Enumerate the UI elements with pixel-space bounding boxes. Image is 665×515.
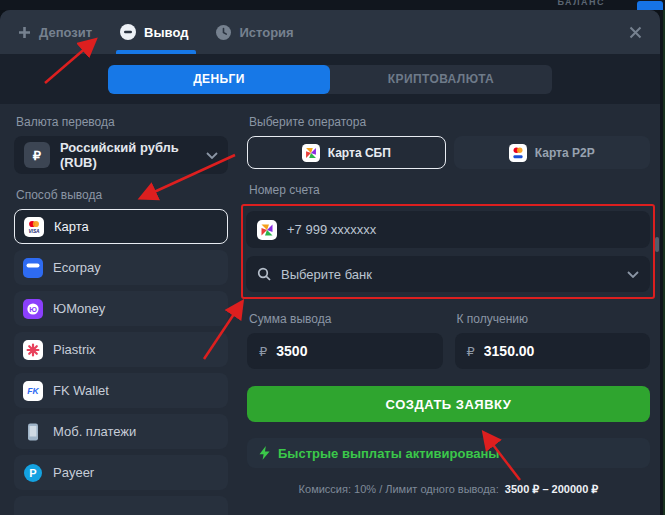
method-item-yoomoney[interactable]: Ю ЮMoney [14,291,228,326]
operator-sbp-button[interactable]: Карта СБП [247,136,446,169]
operator-label: Выберите оператора [249,115,650,129]
phone-number-input[interactable] [287,222,639,237]
svg-text:Ю: Ю [29,304,37,313]
chevron-down-icon [627,271,639,278]
method-item-label: Ecorpay [53,260,101,275]
method-type-bar: ДЕНЬГИ КРИПТОВАЛЮТА [0,54,660,104]
method-item-ecorpay[interactable]: Ecorpay [14,250,228,285]
topup-button [637,1,663,10]
amount-input[interactable] [276,343,430,359]
tab-money[interactable]: ДЕНЬГИ [108,65,330,94]
chevron-down-icon [206,152,218,159]
left-column: Валюта перевода ₽ Российский рубль (RUB)… [14,104,228,515]
method-item-label: ЮMoney [53,301,105,316]
method-item-label: Моб. платежи [53,424,136,439]
search-icon [257,267,271,281]
svg-text:VISA: VISA [28,229,40,234]
fk-wallet-icon: FK [23,381,43,401]
close-icon [629,26,642,39]
amount-column: Сумма вывода ₽ [247,299,443,369]
tab-crypto[interactable]: КРИПТОВАЛЮТА [330,65,552,94]
fast-payout-banner: Быстрые выплаты активированы [247,438,650,468]
balance-label: БАЛАНС [557,0,605,7]
tab-deposit-label: Депозит [39,25,92,40]
phone-input-row [246,211,650,248]
modal-content: Валюта перевода ₽ Российский рубль (RUB)… [0,104,660,515]
svg-text:P: P [29,467,36,479]
method-label: Способ вывода [16,188,228,202]
method-item-label: Карта [54,219,89,234]
operator-sbp-label: Карта СБП [328,146,391,160]
method-item-label: Piastrix [53,342,96,357]
receive-input[interactable] [484,343,638,359]
withdrawal-modal: Депозит Вывод История ДЕНЬГИ КРИПТОВАЛЮТ… [0,10,660,515]
tab-deposit[interactable]: Депозит [18,10,92,54]
method-item-label: FK Wallet [53,383,109,398]
scrollbar-thumb[interactable] [655,237,659,252]
method-type-segmented: ДЕНЬГИ КРИПТОВАЛЮТА [108,65,552,94]
modal-header: Депозит Вывод История [0,10,660,54]
annotation-highlight-box: Выберите банк [241,204,655,299]
method-item-piastrix[interactable]: Piastrix [14,332,228,367]
ecorpay-icon [23,258,43,278]
create-request-button[interactable]: СОЗДАТЬ ЗАЯВКУ [247,386,650,422]
tab-withdrawal-label: Вывод [144,25,188,40]
operator-p2p-label: Карта P2P [535,146,595,160]
svg-text:FK: FK [27,386,39,396]
receive-field: ₽ [455,333,651,369]
ruble-icon: ₽ [24,142,50,168]
method-item-label: Payeer [53,465,94,480]
amount-field: ₽ [247,333,443,369]
mobile-phone-icon [23,422,43,442]
right-column: Выберите оператора Карта СБП [247,104,650,515]
amounts-row: Сумма вывода ₽ К получению ₽ [247,299,650,369]
sbp-icon [257,220,277,240]
tab-history-label: История [239,25,293,40]
visa-mastercard-icon: VISA [24,217,44,237]
ruble-sign: ₽ [259,344,267,359]
limits-text: 3500 ₽ – 200000 ₽ [505,483,599,495]
commission-text: Комиссия: 10% / Лимит одного вывода: [299,483,499,495]
ruble-sign: ₽ [467,344,475,359]
amount-label: Сумма вывода [249,312,443,326]
fast-payout-text: Быстрые выплаты активированы [278,446,499,461]
method-item-fkwallet[interactable]: FK FK Wallet [14,373,228,408]
lightning-icon [259,446,270,460]
piastrix-icon [23,340,43,360]
tab-history[interactable]: История [216,10,293,54]
receive-label: К получению [457,312,651,326]
commission-note: Комиссия: 10% / Лимит одного вывода: 350… [247,483,650,496]
method-item-card[interactable]: VISA Карта [14,209,228,244]
method-item-payeer[interactable]: P Payeer [14,455,228,490]
operator-row: Карта СБП Карта P2P [247,136,650,169]
receive-column: К получению ₽ [455,299,651,369]
card-p2p-icon [509,144,527,162]
yoomoney-icon: Ю [23,299,43,319]
page-backdrop: БАЛАНС [0,0,665,10]
method-item-mobile[interactable]: Моб. платежи [14,414,228,449]
clock-icon [216,25,231,40]
bank-placeholder: Выберите банк [281,267,617,282]
currency-select[interactable]: ₽ Российский рубль (RUB) [14,136,228,174]
tab-withdrawal[interactable]: Вывод [120,10,188,54]
method-item-partial[interactable] [14,496,228,515]
payeer-icon: P [23,463,43,483]
minus-circle-icon [120,24,136,40]
plus-icon [18,26,31,39]
currency-label: Валюта перевода [16,115,228,129]
close-button[interactable] [629,26,642,39]
account-label: Номер счета [249,183,650,197]
currency-value: Российский рубль (RUB) [60,140,196,170]
bank-select[interactable]: Выберите банк [246,256,650,292]
sbp-icon [302,144,320,162]
operator-p2p-button[interactable]: Карта P2P [454,136,651,169]
